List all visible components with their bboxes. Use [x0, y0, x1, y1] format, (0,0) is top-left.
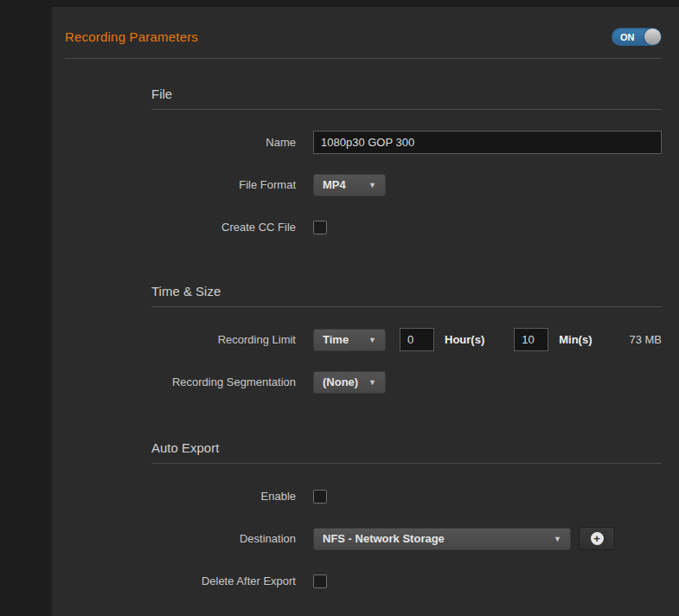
- chevron-down-icon: ▼: [368, 336, 376, 344]
- destination-row: Destination NFS - Network Storage ▼ +: [151, 527, 662, 550]
- name-row: Name: [151, 131, 662, 154]
- recording-segmentation-value: (None): [323, 375, 358, 388]
- recording-parameters-toggle[interactable]: ON: [612, 28, 662, 46]
- time-size-section-heading: Time & Size: [151, 284, 662, 307]
- minutes-input[interactable]: [514, 328, 548, 351]
- recording-limit-label: Recording Limit: [151, 333, 296, 346]
- chevron-down-icon: ▼: [368, 378, 376, 387]
- plus-icon: +: [591, 532, 604, 545]
- recording-limit-type-value: Time: [323, 333, 349, 346]
- file-format-label: File Format: [151, 178, 296, 191]
- chevron-down-icon: ▼: [554, 535, 561, 543]
- recording-segmentation-dropdown[interactable]: (None) ▼: [313, 371, 386, 394]
- section-file: File Name File Format MP4 ▼ Create CC Fi…: [151, 87, 662, 239]
- add-destination-button[interactable]: +: [579, 527, 615, 550]
- file-format-value: MP4: [323, 178, 346, 191]
- hours-input[interactable]: [400, 328, 434, 351]
- enable-row: Enable: [151, 484, 662, 508]
- create-cc-label: Create CC File: [151, 221, 296, 234]
- estimated-size-label: 73 MB: [629, 333, 662, 346]
- recording-limit-type-dropdown[interactable]: Time ▼: [313, 329, 386, 351]
- recording-limit-row: Recording Limit Time ▼ Hour(s) Min(s) 73…: [151, 328, 662, 351]
- enable-label: Enable: [151, 490, 296, 503]
- file-format-dropdown[interactable]: MP4 ▼: [313, 174, 386, 196]
- create-cc-checkbox[interactable]: [313, 221, 327, 234]
- panel-header: Recording Parameters ON: [65, 7, 662, 59]
- enable-checkbox[interactable]: [313, 490, 327, 504]
- recording-segmentation-row: Recording Segmentation (None) ▼: [151, 370, 662, 394]
- page-title: Recording Parameters: [65, 29, 198, 44]
- delete-after-export-label: Delete After Export: [151, 574, 296, 587]
- destination-label: Destination: [151, 532, 296, 545]
- file-section-heading: File: [151, 87, 662, 110]
- section-time-size: Time & Size Recording Limit Time ▼ Hour(…: [151, 284, 662, 394]
- minutes-unit-label: Min(s): [559, 333, 592, 346]
- name-label: Name: [151, 136, 296, 149]
- delete-after-export-checkbox[interactable]: [313, 574, 327, 588]
- destination-value: NFS - Network Storage: [323, 532, 445, 545]
- delete-after-export-row: Delete After Export: [151, 569, 662, 593]
- toggle-knob-icon[interactable]: [644, 29, 661, 45]
- destination-dropdown[interactable]: NFS - Network Storage ▼: [313, 528, 571, 550]
- chevron-down-icon: ▼: [368, 181, 376, 189]
- auto-export-section-heading: Auto Export: [151, 440, 662, 464]
- recording-segmentation-label: Recording Segmentation: [151, 375, 296, 388]
- file-format-row: File Format MP4 ▼: [151, 173, 662, 196]
- hours-unit-label: Hour(s): [445, 333, 484, 346]
- name-input[interactable]: [313, 131, 662, 154]
- toggle-on-label: ON: [620, 32, 635, 42]
- recording-parameters-panel: Recording Parameters ON File Name File F…: [52, 7, 679, 616]
- create-cc-row: Create CC File: [151, 215, 662, 239]
- section-auto-export: Auto Export Enable Destination NFS - Net…: [151, 440, 662, 593]
